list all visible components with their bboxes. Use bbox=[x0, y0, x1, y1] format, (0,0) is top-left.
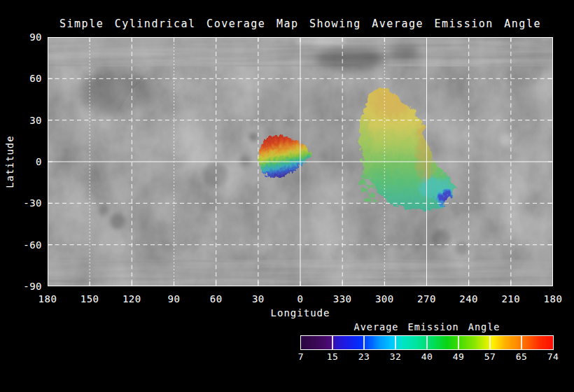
colorbar-divider bbox=[458, 336, 459, 349]
figure-canvas: Simple Cylindrical Coverage Map Showing … bbox=[0, 0, 574, 392]
x-axis-title: Longitude bbox=[48, 307, 553, 318]
x-tick-label: 90 bbox=[153, 293, 195, 304]
y-tick-label: -30 bbox=[1, 197, 42, 209]
colorbar-tick-label: 40 bbox=[413, 351, 441, 363]
x-tick-label: 150 bbox=[69, 293, 111, 304]
y-tick-label: -90 bbox=[1, 280, 42, 293]
x-tick-label: 0 bbox=[279, 293, 321, 304]
x-tick-label: 30 bbox=[237, 293, 279, 304]
colorbar bbox=[300, 335, 554, 350]
colorbar-divider bbox=[426, 336, 428, 349]
y-tick-label: 90 bbox=[1, 31, 42, 43]
x-tick-label: 240 bbox=[448, 293, 490, 304]
colorbar-tick-label: 57 bbox=[476, 351, 504, 363]
x-tick-label: 180 bbox=[532, 293, 574, 304]
y-tick-label: 60 bbox=[1, 72, 42, 85]
colorbar-divider bbox=[363, 336, 365, 349]
x-tick-label: 300 bbox=[363, 293, 405, 304]
colorbar-tick-label: 74 bbox=[539, 351, 567, 363]
colorbar-divider bbox=[489, 336, 491, 349]
colorbar-divider bbox=[332, 336, 333, 349]
x-tick-label: 120 bbox=[111, 293, 153, 304]
chart-title: Simple Cylindrical Coverage Map Showing … bbox=[48, 18, 553, 30]
x-tick-label: 210 bbox=[490, 293, 532, 304]
colorbar-tick-label: 7 bbox=[287, 351, 315, 363]
colorbar-tick-label: 65 bbox=[507, 351, 536, 363]
colorbar-divider bbox=[521, 336, 522, 349]
colorbar-title: Average Emission Angle bbox=[301, 321, 553, 332]
colorbar-tick-label: 32 bbox=[382, 351, 410, 363]
map-plot-area bbox=[48, 37, 553, 286]
x-tick-label: 270 bbox=[406, 293, 448, 304]
colorbar-tick-label: 49 bbox=[444, 351, 472, 363]
x-tick-label: 60 bbox=[195, 293, 237, 304]
x-tick-label: 330 bbox=[321, 293, 363, 304]
colorbar-divider bbox=[395, 336, 396, 349]
y-tick-label: -60 bbox=[1, 239, 42, 251]
colorbar-tick-label: 23 bbox=[350, 351, 378, 363]
x-tick-label: 180 bbox=[27, 293, 69, 304]
y-tick-label: 0 bbox=[1, 155, 42, 168]
colorbar-tick-label: 15 bbox=[318, 351, 346, 363]
map-svg bbox=[48, 37, 553, 286]
y-tick-label: 30 bbox=[1, 114, 42, 127]
